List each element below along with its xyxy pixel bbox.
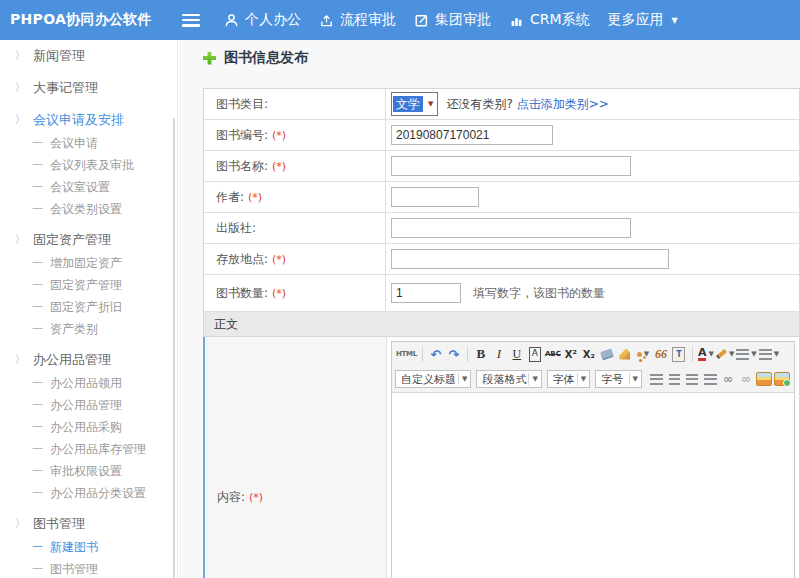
font-family-select[interactable]: 字体▼ [547,370,590,388]
sidebar-item-supplies-manage[interactable]: 一办公用品管理 [0,394,177,416]
insert-link-button[interactable]: ∞ [720,370,736,388]
font-size-select[interactable]: 字号▼ [595,370,642,388]
custom-title-select[interactable]: 自定义标题▼ [395,370,471,388]
superscript-button[interactable]: X² [563,345,579,363]
sidebar-item-asset-add[interactable]: 一增加固定资产 [0,252,177,274]
sidebar-item-milestone-management[interactable]: 〉 大事记管理 [0,76,177,100]
underline-button[interactable]: U [509,345,525,363]
upload-image-button[interactable] [774,370,790,388]
blockquote-button[interactable]: 66 [653,345,669,363]
align-left-button[interactable] [648,370,664,388]
font-color-icon: A [698,347,707,361]
strikethrough-button[interactable]: ABC [545,345,561,363]
dash-icon: 一 [32,487,43,500]
bold-button[interactable]: B [473,345,489,363]
clipboard-icon: T [672,347,685,362]
nav-more-apps[interactable]: 更多应用 ▼ [608,11,678,29]
format-brush-button[interactable] [617,345,633,363]
paragraph-format-select[interactable]: 段落格式▼ [476,370,541,388]
editor-toolbar-row1: HTML ↶ ↷ B I U A ABC X² X₂ ▼ [392,342,794,366]
publisher-input[interactable] [391,218,631,238]
border-text-button[interactable]: A [529,347,541,362]
remove-link-button[interactable]: ∞ [738,370,754,388]
item-label: 会议申请 [50,136,98,150]
undo-button[interactable]: ↶ [428,345,444,363]
font-color-button[interactable]: A▼ [698,345,714,363]
caret-down-icon: ▼ [644,350,649,358]
field-label: 图书数量: [216,285,268,302]
sidebar-item-meeting-management[interactable]: 〉 会议申请及安排 [0,108,177,132]
spray-icon [637,352,642,357]
dash-icon: 一 [32,301,43,314]
caret-down-icon: ▼ [629,373,638,385]
source-code-button[interactable]: HTML [396,345,417,363]
redo-button[interactable]: ↷ [446,345,462,363]
ordered-list-button[interactable]: ▼ [736,345,756,363]
align-right-button[interactable] [684,370,700,388]
sidebar-item-asset-depreciation[interactable]: 一固定资产折旧 [0,296,177,318]
form-row-book-name: 图书名称:(*) [204,151,799,182]
book-no-input[interactable] [391,125,553,145]
quantity-input[interactable] [391,283,461,303]
editor-content-area[interactable] [392,393,794,578]
sidebar-item-supplies-claim[interactable]: 一办公用品领用 [0,372,177,394]
required-mark: (*) [272,253,286,266]
dash-icon: 一 [32,399,43,412]
sidebar-item-asset-category[interactable]: 一资产类别 [0,318,177,340]
eraser-button[interactable] [599,345,615,363]
sidebar-item-supplies-inventory[interactable]: 一办公用品库存管理 [0,438,177,460]
caret-down-icon: ▼ [458,373,467,385]
dash-icon: 一 [32,203,43,216]
sidebar-item-approval-permission[interactable]: 一审批权限设置 [0,460,177,482]
align-right-icon [686,374,698,385]
page-title: 图书信息发布 [203,49,308,67]
sidebar-item-meeting-apply[interactable]: 一会议申请 [0,132,177,154]
author-input[interactable] [391,187,479,207]
sidebar-item-meeting-room[interactable]: 一会议室设置 [0,176,177,198]
spray-paint-button[interactable]: ▼ [635,345,651,363]
location-input[interactable] [391,249,669,269]
sidebar-item-supplies-purchase[interactable]: 一办公用品采购 [0,416,177,438]
sidebar-item-news-management[interactable]: 〉 新闻管理 [0,44,177,68]
unordered-list-button[interactable]: ▼ [759,345,779,363]
caret-down-icon: ▼ [577,373,586,385]
sidebar-item-meeting-list[interactable]: 一会议列表及审批 [0,154,177,176]
nav-label: 更多应用 [608,11,664,29]
item-label: 审批权限设置 [50,464,122,478]
sidebar-item-book-new[interactable]: 一新建图书 [0,536,177,558]
insert-image-button[interactable] [756,370,772,388]
book-name-input[interactable] [391,156,631,176]
align-justify-button[interactable] [702,370,718,388]
nav-personal-office[interactable]: 个人办公 [224,11,301,29]
nav-label: 集团审批 [435,11,491,29]
add-category-link[interactable]: 点击添加类别>> [517,96,609,113]
sidebar-scrollbar[interactable] [173,118,175,578]
category-select[interactable]: 文学 ▼ [391,92,438,116]
chevron-right-icon: 〉 [15,43,25,69]
dash-icon: 一 [32,137,43,150]
sidebar-group-meetings: 〉 会议申请及安排 一会议申请 一会议列表及审批 一会议室设置 一会议类别设置 [0,108,177,220]
template-paste-button[interactable]: T [671,345,687,363]
align-center-button[interactable] [666,370,682,388]
nav-crm-system[interactable]: CRM系统 [509,11,590,29]
form-row-publisher: 出版社: [204,213,799,244]
field-label: 图书编号: [216,127,268,144]
sidebar-item-asset-management[interactable]: 〉 固定资产管理 [0,228,177,252]
subscript-button[interactable]: X₂ [581,345,597,363]
compose-icon [414,13,429,28]
field-label: 图书类目: [216,96,268,113]
sidebar-item-supplies-classification[interactable]: 一办公用品分类设置 [0,482,177,504]
sidebar-item-book-manage[interactable]: 一图书管理 [0,558,177,578]
chevron-right-icon: 〉 [15,347,25,373]
sidebar-item-meeting-category[interactable]: 一会议类别设置 [0,198,177,220]
italic-button[interactable]: I [491,345,507,363]
highlight-button[interactable]: ▼ [716,345,734,363]
nav-workflow-approval[interactable]: 流程审批 [319,11,396,29]
toolbar-separator [422,347,423,362]
sidebar-item-asset-manage[interactable]: 一固定资产管理 [0,274,177,296]
nav-group-approval[interactable]: 集团审批 [414,11,491,29]
sidebar-item-supplies-management[interactable]: 〉 办公用品管理 [0,348,177,372]
sidebar-item-book-management[interactable]: 〉 图书管理 [0,512,177,536]
form-row-author: 作者:(*) [204,182,799,213]
hamburger-menu-icon[interactable] [182,14,200,27]
